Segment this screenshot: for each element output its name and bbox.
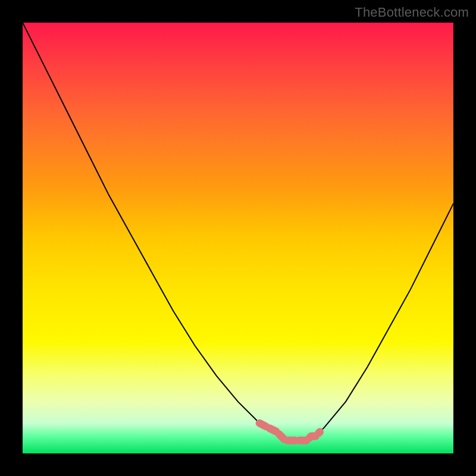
- bottleneck-curve-path: [23, 23, 453, 440]
- highlight-band-path: [259, 423, 320, 440]
- chart-container: TheBottleneck.com: [0, 0, 476, 476]
- watermark-text: TheBottleneck.com: [355, 5, 469, 20]
- chart-svg-overlay: [23, 23, 453, 453]
